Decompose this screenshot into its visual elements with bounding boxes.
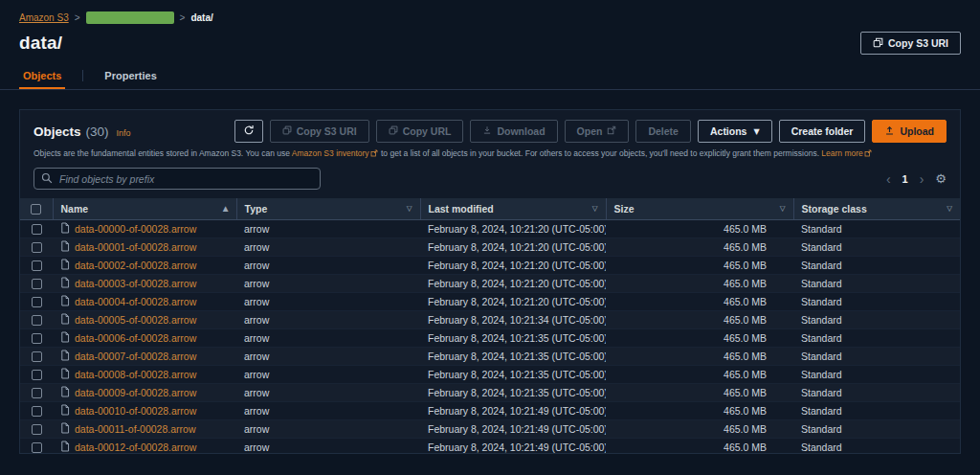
filter-icon[interactable]: ▽ bbox=[947, 204, 952, 213]
object-name-link[interactable]: data-00003-of-00028.arrow bbox=[75, 278, 196, 289]
download-button[interactable]: Download bbox=[470, 120, 557, 143]
object-storage-class: Standard bbox=[793, 292, 960, 310]
object-type: arrow bbox=[236, 219, 420, 238]
select-all-checkbox[interactable] bbox=[31, 204, 41, 215]
breadcrumb-separator: > bbox=[180, 12, 186, 23]
object-storage-class: Standard bbox=[793, 219, 960, 238]
upload-icon bbox=[884, 125, 895, 138]
row-checkbox[interactable] bbox=[32, 424, 42, 435]
row-checkbox[interactable] bbox=[32, 315, 42, 326]
copy-s3-uri-button[interactable]: Copy S3 URI bbox=[270, 120, 369, 143]
refresh-icon bbox=[243, 124, 255, 138]
create-folder-button[interactable]: Create folder bbox=[779, 120, 866, 143]
object-storage-class: Standard bbox=[793, 419, 960, 438]
find-objects-input[interactable] bbox=[33, 168, 321, 190]
info-link[interactable]: Info bbox=[117, 128, 131, 138]
object-type: arrow bbox=[236, 238, 420, 256]
tab-properties[interactable]: Properties bbox=[100, 70, 160, 89]
filter-icon[interactable]: ▽ bbox=[780, 204, 786, 213]
upload-button[interactable]: Upload bbox=[872, 120, 947, 143]
object-type: arrow bbox=[236, 328, 420, 347]
row-checkbox[interactable] bbox=[32, 388, 42, 398]
object-last-modified: February 8, 2024, 10:21:49 (UTC-05:00) bbox=[420, 419, 606, 438]
table-row: data-00008-of-00028.arrow arrow February… bbox=[20, 365, 960, 383]
object-storage-class: Standard bbox=[793, 238, 960, 256]
object-type: arrow bbox=[236, 383, 420, 401]
row-checkbox[interactable] bbox=[32, 333, 42, 344]
column-header-size[interactable]: Size▽ bbox=[606, 198, 793, 219]
object-size: 465.0 MB bbox=[606, 419, 793, 438]
row-checkbox[interactable] bbox=[32, 351, 42, 362]
table-row: data-00007-of-00028.arrow arrow February… bbox=[20, 347, 960, 365]
file-icon bbox=[60, 222, 70, 236]
object-name-link[interactable]: data-00012-of-00028.arrow bbox=[75, 441, 196, 453]
object-name-link[interactable]: data-00005-of-00028.arrow bbox=[75, 314, 196, 326]
breadcrumb: Amazon S3 > > data/ bbox=[0, 0, 980, 24]
row-checkbox[interactable] bbox=[32, 224, 42, 235]
table-row: data-00002-of-00028.arrow arrow February… bbox=[20, 256, 960, 274]
row-checkbox[interactable] bbox=[32, 260, 42, 271]
object-size: 465.0 MB bbox=[606, 292, 793, 310]
actions-button[interactable]: Actions ▼ bbox=[698, 120, 772, 143]
row-checkbox[interactable] bbox=[32, 442, 42, 453]
external-link-icon bbox=[370, 149, 378, 159]
object-size: 465.0 MB bbox=[606, 365, 793, 383]
object-type: arrow bbox=[236, 347, 420, 365]
object-last-modified: February 8, 2024, 10:21:34 (UTC-05:00) bbox=[420, 310, 606, 328]
filter-icon[interactable]: ▽ bbox=[592, 204, 598, 213]
object-size: 465.0 MB bbox=[606, 383, 793, 401]
filter-icon[interactable]: ▽ bbox=[407, 204, 412, 213]
column-header-last-modified[interactable]: Last modified▽ bbox=[420, 198, 606, 219]
column-header-type[interactable]: Type▽ bbox=[236, 198, 420, 219]
object-size: 465.0 MB bbox=[606, 256, 793, 274]
object-name-link[interactable]: data-00009-of-00028.arrow bbox=[75, 387, 196, 398]
object-last-modified: February 8, 2024, 10:21:20 (UTC-05:00) bbox=[420, 219, 606, 238]
column-header-storage-class[interactable]: Storage class▽ bbox=[793, 198, 960, 219]
row-checkbox[interactable] bbox=[32, 297, 42, 307]
object-name-link[interactable]: data-00004-of-00028.arrow bbox=[75, 296, 196, 307]
page-header: data/ Copy S3 URI bbox=[0, 24, 980, 55]
external-link-icon bbox=[607, 125, 616, 137]
preferences-gear-icon[interactable]: ⚙ bbox=[935, 171, 947, 186]
breadcrumb-amazon-s3-link[interactable]: Amazon S3 bbox=[19, 12, 69, 23]
file-icon bbox=[60, 368, 70, 381]
delete-button[interactable]: Delete bbox=[635, 120, 691, 143]
copy-s3-uri-header-button[interactable]: Copy S3 URI bbox=[860, 32, 961, 55]
copy-icon bbox=[389, 125, 398, 137]
table-row: data-00010-of-00028.arrow arrow February… bbox=[20, 401, 960, 419]
object-name-link[interactable]: data-00010-of-00028.arrow bbox=[75, 405, 196, 417]
object-size: 465.0 MB bbox=[606, 328, 793, 347]
current-page-number[interactable]: 1 bbox=[902, 173, 908, 185]
row-checkbox[interactable] bbox=[32, 279, 42, 289]
object-name-link[interactable]: data-00002-of-00028.arrow bbox=[75, 260, 196, 271]
inventory-link[interactable]: Amazon S3 inventory bbox=[292, 148, 369, 158]
object-storage-class: Standard bbox=[793, 310, 960, 328]
next-page-button[interactable]: › bbox=[920, 172, 924, 186]
object-type: arrow bbox=[236, 438, 420, 454]
object-name-link[interactable]: data-00001-of-00028.arrow bbox=[75, 241, 196, 253]
row-checkbox[interactable] bbox=[32, 406, 42, 417]
column-header-name[interactable]: Name▲ bbox=[53, 198, 236, 219]
object-last-modified: February 8, 2024, 10:21:49 (UTC-05:00) bbox=[420, 438, 606, 454]
file-icon bbox=[60, 350, 70, 363]
copy-icon bbox=[282, 125, 292, 137]
learn-more-link[interactable]: Learn more bbox=[821, 148, 862, 158]
open-button[interactable]: Open bbox=[565, 120, 630, 143]
object-name-link[interactable]: data-00007-of-00028.arrow bbox=[75, 351, 196, 362]
object-name-link[interactable]: data-00011-of-00028.arrow bbox=[75, 423, 195, 435]
object-name-link[interactable]: data-00008-of-00028.arrow bbox=[75, 369, 196, 380]
refresh-button[interactable] bbox=[234, 120, 263, 143]
row-checkbox[interactable] bbox=[32, 370, 42, 380]
object-name-link[interactable]: data-00006-of-00028.arrow bbox=[75, 332, 196, 344]
object-name-link[interactable]: data-00000-of-00028.arrow bbox=[75, 223, 196, 235]
object-storage-class: Standard bbox=[793, 383, 960, 401]
object-storage-class: Standard bbox=[793, 328, 960, 347]
sort-ascending-icon[interactable]: ▲ bbox=[223, 204, 229, 213]
copy-url-button[interactable]: Copy URL bbox=[376, 120, 464, 143]
table-row: data-00005-of-00028.arrow arrow February… bbox=[20, 310, 960, 328]
row-checkbox[interactable] bbox=[32, 242, 42, 253]
previous-page-button[interactable]: ‹ bbox=[886, 172, 891, 186]
object-storage-class: Standard bbox=[793, 438, 960, 454]
tab-objects[interactable]: Objects bbox=[19, 70, 65, 89]
bucket-name-redacted[interactable] bbox=[86, 11, 174, 24]
